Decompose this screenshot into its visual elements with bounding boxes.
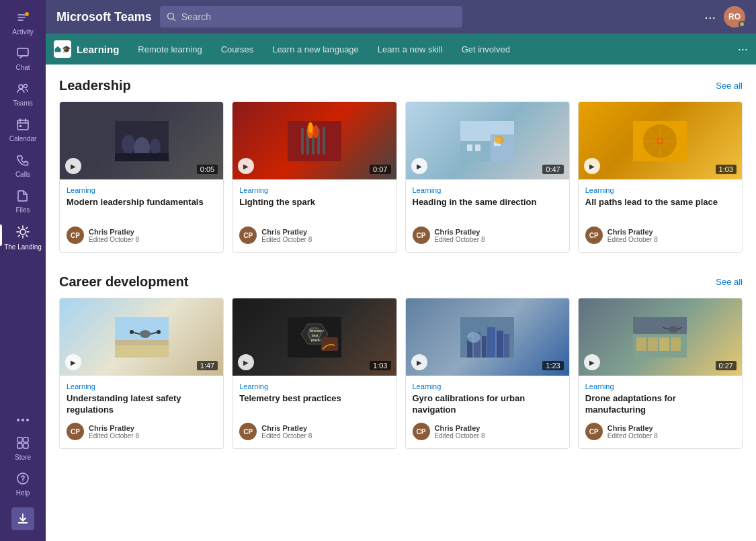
author-avatar-8: CP [585,423,603,440]
sidebar-item-files[interactable]: Files [0,183,46,219]
svg-rect-70 [636,337,646,351]
landing-icon [15,224,30,241]
card-author-4: CP Chris Pratley Edited October 8 [585,226,735,244]
author-name-7: Chris Pratley [435,424,485,432]
card-title-2: Lighting the spark [239,197,389,220]
card-safety-regulations[interactable]: ▶ 1:47 Learning Understanding latest saf… [59,298,224,449]
play-button-3[interactable]: ▶ [411,158,427,174]
card-lighting-spark[interactable]: ▶ 0:07 Learning Lighting the spark CP Ch… [232,101,396,253]
svg-rect-27 [323,127,325,155]
play-button-1[interactable]: ▶ [65,158,81,174]
svg-point-6 [20,229,26,235]
author-name-6: Chris Pratley [261,424,312,432]
main-area: Microsoft Teams ··· RO 🎓 [46,0,756,541]
career-cards-grid: ▶ 1:47 Learning Understanding latest saf… [59,298,743,449]
sidebar-item-calendar[interactable]: Calendar [0,112,46,148]
card-body-4: Learning All paths lead to the same plac… [579,179,742,252]
sidebar-more-button[interactable] [16,406,30,431]
card-title-3: Heading in the same direction [413,197,562,220]
section-header-career: Career development See all [59,274,743,290]
search-bar[interactable] [160,6,462,28]
app-title: Microsoft Teams [56,10,152,24]
sidebar-label-activity: Activity [12,28,34,36]
card-title-6: Telemetry best practices [239,393,389,416]
card-category-7: Learning [413,382,562,390]
author-info-4: Chris Pratley Edited October 8 [607,228,658,243]
svg-point-15 [22,481,24,482]
download-button[interactable] [11,507,34,530]
more-options-button[interactable]: ··· [704,9,716,25]
sidebar-item-calls[interactable]: Calls [0,148,46,183]
svg-point-29 [308,122,312,133]
sidebar-item-help[interactable]: Help [0,466,46,502]
nav-tab-language[interactable]: Learn a new language [264,39,367,60]
online-status-badge [739,21,745,28]
teams-icon [16,82,30,97]
see-all-leadership[interactable]: See all [716,81,743,91]
author-info-5: Chris Pratley Edited October 8 [89,424,139,440]
sidebar-item-teams[interactable]: Teams [0,77,46,112]
nav-tab-courses[interactable]: Courses [213,39,261,60]
svg-point-3 [24,85,28,88]
topbar: Microsoft Teams ··· RO [46,0,756,34]
see-all-career[interactable]: See all [716,277,743,287]
svg-rect-47 [115,340,169,345]
card-gyro-calibration[interactable]: ▶ 1:23 Learning Gyro calibrations for ur… [405,298,570,449]
play-button-4[interactable]: ▶ [584,158,600,174]
svg-rect-13 [24,444,28,448]
card-category-2: Learning [239,186,389,194]
card-telemetry[interactable]: Telemetry best practices ▶ 1:03 Learning [232,298,396,449]
svg-rect-34 [467,144,472,151]
svg-point-0 [25,12,29,16]
play-button-8[interactable]: ▶ [584,354,600,370]
author-info-6: Chris Pratley Edited October 8 [261,424,312,440]
author-avatar-2: CP [239,226,257,244]
svg-point-48 [140,330,151,338]
store-icon [16,436,30,452]
author-avatar-4: CP [585,226,603,244]
card-thumb-7: ▶ 1:23 [406,298,569,376]
author-avatar-1: CP [67,226,84,244]
svg-text:best: best [312,333,319,337]
svg-rect-63 [504,334,509,358]
svg-rect-23 [301,128,304,155]
card-heading-direction[interactable]: ▶ 0:47 Learning Heading in the same dire… [405,101,570,253]
nav-more-button[interactable]: ··· [738,42,748,56]
svg-point-74 [669,326,678,333]
card-body-3: Learning Heading in the same direction C… [406,179,569,252]
svg-rect-1 [17,48,28,56]
card-thumb-5: ▶ 1:47 [60,298,223,376]
card-category-1: Learning [67,186,216,194]
card-title-8: Drone adaptations for manufacturing [585,393,735,416]
nav-tab-skill[interactable]: Learn a new skill [370,39,451,60]
duration-1: 0:05 [197,165,218,174]
card-thumb-8: ▶ 0:27 [579,298,742,376]
card-body-8: Learning Drone adaptations for manufactu… [579,376,742,448]
sidebar-item-landing[interactable]: The Landing [0,219,46,256]
sidebar-item-chat[interactable]: Chat [0,41,46,77]
card-modern-leadership[interactable]: ▶ 0:05 Learning Modern leadership fundam… [59,101,224,253]
card-author-1: CP Chris Pratley Edited October 8 [67,226,216,244]
author-name-1: Chris Pratley [89,228,139,236]
section-leadership: Leadership See all [59,78,743,253]
card-author-5: CP Chris Pratley Edited October 8 [67,423,216,440]
sidebar-item-activity[interactable]: Activity [0,5,46,41]
svg-text:Telemetry: Telemetry [309,329,324,333]
nav-tab-remote[interactable]: Remote learning [130,39,210,60]
author-info-1: Chris Pratley Edited October 8 [89,228,139,243]
svg-rect-12 [17,444,22,448]
nav-tab-involved[interactable]: Get involved [454,39,518,60]
play-button-7[interactable]: ▶ [411,354,427,370]
author-avatar-3: CP [413,226,430,244]
sidebar-label-calendar: Calendar [9,135,37,142]
card-all-paths[interactable]: ▶ 1:03 Learning All paths lead to the sa… [578,101,743,253]
sidebar-item-store[interactable]: Store [0,431,46,466]
search-input[interactable] [181,11,456,22]
sidebar: Activity Chat Teams [0,0,46,541]
play-button-5[interactable]: ▶ [65,354,81,370]
card-drone-manufacturing[interactable]: ▶ 0:27 Learning Drone adaptations for ma… [578,298,743,449]
author-name-2: Chris Pratley [261,228,312,236]
author-date-5: Edited October 8 [89,432,139,440]
sidebar-label-chat: Chat [15,64,30,71]
sidebar-label-teams: Teams [13,99,32,107]
